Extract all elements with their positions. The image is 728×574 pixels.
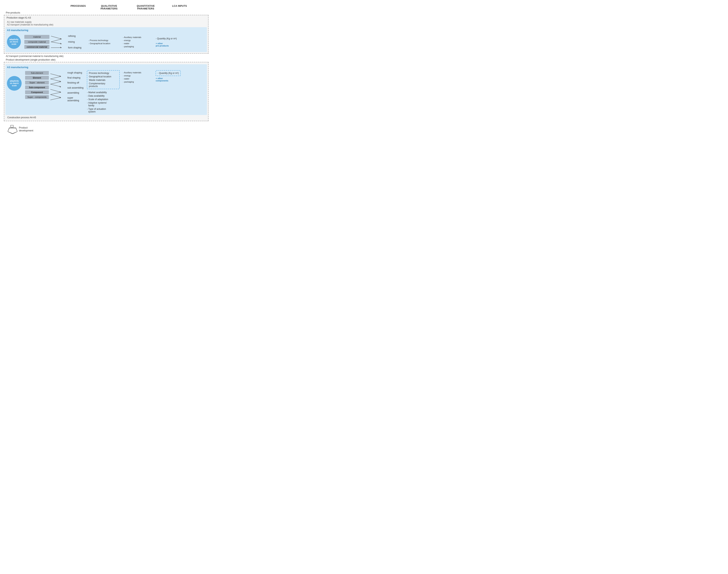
top-outer-box: Production stage A1-A3 A1 raw materials …: [4, 15, 208, 54]
material-element: Element: [25, 76, 49, 80]
quantitative-col-top: - Auxiliary materials - energy - water -…: [121, 35, 154, 49]
between-label: A2 transport (commercial material to man…: [6, 55, 208, 57]
svg-line-2: [51, 39, 62, 42]
page-wrapper: PROCESSES QUALITATIVEPARAMETERS QUANTITA…: [4, 4, 228, 134]
arrows-bottom: [50, 71, 64, 104]
qual-process-tech: - Process technology: [88, 39, 118, 42]
materials-col-top: material composite material commercial m…: [24, 35, 49, 49]
materials-col-bottom: Sub-element Element Super - element Sub-…: [25, 71, 49, 99]
arrows-svg-bottom: [50, 71, 64, 104]
qualitative-col-bottom: Process technology Geographical location…: [87, 70, 120, 114]
header-lca: LCA INPUTS: [164, 4, 195, 11]
a3-block-bottom: A3 manufacturing adaptivityon macroscale…: [5, 64, 207, 115]
header-processes: PROCESSES: [66, 4, 91, 11]
svg-marker-6: [60, 47, 62, 48]
svg-line-18: [50, 94, 61, 98]
quant-water: - water: [123, 42, 153, 45]
a3-title-bottom: A3 manufacturing: [7, 66, 205, 69]
quant-b-water: - water: [123, 77, 153, 80]
lca-b-quantity: - Quantity (Kg or m²): [157, 71, 179, 75]
qual-actuation: - Type of actuation system: [87, 107, 120, 114]
header-qualitative: QUALITATIVEPARAMETERS: [91, 4, 127, 11]
material-super-components: Super - components: [25, 95, 49, 99]
svg-line-20: [50, 98, 61, 100]
svg-line-15: [50, 89, 61, 92]
svg-line-3: [51, 42, 62, 44]
process-sub-assembling: sub assembling: [67, 86, 83, 89]
qual-market: - Market availability: [87, 91, 120, 94]
process-finishing-off: finishing off: [67, 81, 83, 84]
legend-shape-container: [8, 124, 17, 134]
legend-svg: [8, 124, 17, 134]
process-super-assembling: superassembling: [67, 96, 83, 102]
material-box-composite: composite material: [24, 40, 49, 44]
svg-rect-21: [11, 125, 13, 127]
svg-line-9: [50, 76, 61, 79]
a1-label: A1 raw materials supply: [7, 20, 205, 23]
lca-col-bottom: - Quantity (Kg or m²) + othercomponents: [156, 70, 183, 82]
svg-line-17: [50, 92, 61, 94]
adaptivity-bubble-bottom: adaptivityon macroscale: [7, 76, 22, 91]
legend-label: Productdevelopment: [19, 126, 33, 132]
arrows-top: [51, 33, 65, 50]
quant-b-packaging: - packaging: [123, 80, 153, 83]
lca-quantity: - Quantity (Kg or m²): [156, 37, 177, 40]
svg-marker-4: [60, 43, 62, 44]
a2-label: A2 transport (materials to manufacturing…: [7, 23, 205, 26]
bottom-legend: Productdevelopment: [8, 124, 208, 134]
product-dev-label: Product development (single production s…: [4, 58, 208, 61]
svg-line-7: [50, 74, 61, 76]
bottom-outer-box: A3 manufacturing adaptivityon macroscale…: [4, 62, 208, 121]
plus-components: + othercomponents: [156, 77, 168, 82]
quant-b-aux: - Auxiliary materials: [123, 71, 153, 74]
process-final-shaping: final shaping: [67, 76, 83, 80]
adaptivity-bubble-top: adaptivity on micro scale: [7, 35, 21, 49]
quant-aux-materials: - Auxiliary materials: [123, 36, 153, 39]
qual-b-geo-location: Geographical location: [89, 75, 118, 78]
material-component: Component: [25, 90, 49, 94]
process-mixing: mixing: [68, 40, 83, 44]
qualitative-col-top: - Process technology - Geographical loca…: [87, 38, 120, 46]
process-formshaping: form shaping: [68, 46, 83, 49]
lca-col-top: - Quantity (Kg or m²) + otherpre-product…: [156, 37, 183, 47]
quant-energy: - energy: [123, 39, 153, 42]
a3-title-top: A3 manufacturing: [7, 29, 205, 32]
header-row: PROCESSES QUALITATIVEPARAMETERS QUANTITA…: [4, 4, 208, 11]
material-sub-element: Sub-element: [25, 71, 49, 75]
a1-a2-rows: A1 raw materials supply A2 transport (ma…: [5, 20, 207, 27]
svg-line-0: [51, 36, 62, 39]
quant-packaging: - packaging: [123, 45, 153, 48]
header-quantitative: QUANTITATIVEPARAMETERS: [127, 4, 164, 11]
qualitative-dashed-box: Process technology Geographical location…: [87, 70, 120, 89]
svg-line-13: [50, 84, 61, 87]
qual-scale: - Scale of adaptation: [87, 98, 120, 101]
qual-b-process-tech: Process technology: [89, 71, 118, 75]
preproducts-label: Pre-products: [6, 11, 208, 14]
qualitative-lower: - Market availability - Data availabilit…: [87, 91, 120, 114]
stage-label-top: Production stage A1-A3: [5, 16, 207, 19]
svg-marker-23: [8, 128, 17, 133]
qual-b-waste: Waste materials: [89, 78, 118, 82]
material-super-element: Super - element: [25, 81, 49, 84]
material-sub-component: Sub-component: [25, 85, 49, 89]
svg-line-12: [50, 82, 61, 84]
material-box-commercial: commercial material: [24, 45, 49, 49]
lca-dashed-box: - Quantity (Kg or m²): [156, 70, 181, 76]
qual-b-complementary: Complementaryproducts: [89, 82, 118, 88]
quant-b-energy: - energy: [123, 74, 153, 77]
construction-label: Construction process A4-A5: [7, 116, 207, 119]
arrows-svg-top: [51, 33, 65, 50]
a3-block-top: A3 manufacturing adaptivity on micro sca…: [5, 27, 207, 52]
qual-data: - Data availability: [87, 94, 120, 98]
qual-adaptive: - Adaptive systems' family: [87, 101, 120, 107]
material-box-material: material: [24, 35, 49, 39]
process-rough-shaping: rough shaping: [67, 71, 83, 75]
processes-col-top: refining mixing form shaping: [66, 33, 85, 50]
process-assembling: assembling: [67, 91, 83, 94]
svg-line-10: [50, 79, 61, 82]
processes-col-bottom: rough shaping final shaping finishing of…: [66, 70, 85, 103]
quantitative-col-bottom: - Auxiliary materials - energy - water -…: [121, 70, 154, 84]
plus-preproducts: + otherpre-products: [156, 42, 169, 47]
process-refining: refining: [68, 34, 83, 38]
qual-geo-location: - Geographical location: [88, 42, 118, 45]
